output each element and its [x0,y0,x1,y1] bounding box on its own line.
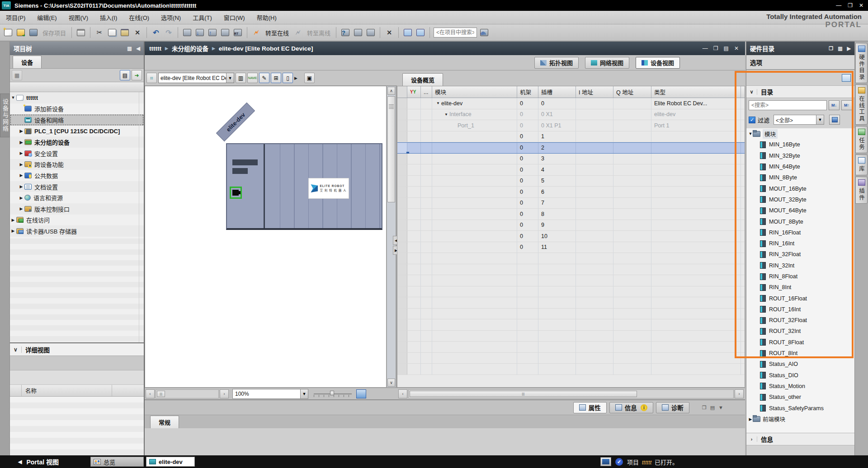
search-up-icon[interactable]: M↑ [841,100,852,110]
column-slot[interactable]: 插槽 [538,86,576,98]
table-row[interactable]: 0 2 [397,142,745,154]
empty-table-row[interactable] [397,253,745,264]
expand-info-icon[interactable]: › [746,436,757,442]
palette-icon[interactable] [842,74,851,82]
column-rack[interactable]: 机架 [517,86,538,98]
start-cpu-button[interactable] [353,27,363,38]
go-offline-icon[interactable]: 🗲 [292,27,303,38]
overview-taskbar-button[interactable]: 总览 [90,457,144,467]
expand-arrow-icon[interactable]: ▶ [10,229,16,233]
scroll-down-icon[interactable]: ∨ [387,379,395,387]
catalog-module-item[interactable]: ROUT_8Float [746,337,855,348]
inspector-float-icon[interactable]: ❐ [702,405,707,411]
inspector-tab[interactable]: 信息 i [609,402,653,413]
right-strip-tab[interactable]: 硬件目录 [855,43,868,83]
scroll-right-icon[interactable]: › [735,389,744,398]
minimize-icon[interactable]: — [836,2,841,9]
show-labels-icon[interactable]: NAME [247,73,258,83]
right-strip-tab[interactable]: 在线工具 [855,84,868,125]
empty-table-row[interactable] [397,319,745,331]
catalog-module-item[interactable]: ROUT_16Float [746,293,855,304]
table-row[interactable]: 0 10 [397,231,745,242]
expand-arrow-icon[interactable]: ▶ [746,417,753,421]
pin-panel-icon[interactable]: ▥ [127,46,132,51]
editor-maximize-icon[interactable]: ▤ [724,45,729,51]
collapse-panel-icon[interactable]: ◀ [137,46,140,51]
tree-item[interactable]: ▶ 未分组的设备 [10,136,144,148]
table-row[interactable]: ▼elite-dev 0 0 Elite Robot EC Dev... [397,98,745,109]
expand-arrow-icon[interactable]: ▶ [18,184,24,189]
tree-item[interactable]: ▶ 语言和资源 [10,192,144,203]
editor-minimize-icon[interactable]: — [703,45,708,51]
start-simulation-button[interactable] [220,27,231,38]
catalog-module-item[interactable]: ROUT_8Int [746,348,855,359]
table-row[interactable]: 0 1 [397,131,745,143]
catalog-module-item[interactable]: RIN_8Int [746,282,855,293]
zoom-slider[interactable] [314,391,352,397]
snapshot-icon[interactable]: ▣ [304,73,315,83]
collapse-catalog-icon[interactable]: ∨ [746,89,757,95]
expand-arrow-icon[interactable]: ▶ [18,151,24,155]
table-row[interactable]: Port_1 0 0 X1 P1 Port 1 [397,120,745,131]
catalog-expand-icon[interactable]: ▶ [847,46,851,51]
table-row[interactable]: 0 5 [397,176,745,187]
empty-table-row[interactable] [397,364,745,375]
tree-item[interactable]: ▶ 公共数据 [10,170,144,181]
catalog-module-item[interactable]: MIN_16Byte [746,139,855,150]
empty-table-row[interactable] [397,297,745,309]
right-strip-tab[interactable]: 库 [855,154,868,175]
tree-item[interactable]: ▶ 在线访问 [10,215,144,226]
dropdown-arrow-icon[interactable]: ▼ [816,115,824,124]
catalog-module-item[interactable]: MOUT_32Byte [746,194,855,205]
device-selector-dropdown[interactable]: elite-dev [Elite Robot EC Devi ▼ [158,73,234,83]
expand-arrow-icon[interactable]: ▼ [10,95,16,100]
view-tab[interactable]: 拓扑视图 [534,57,579,69]
scroll-right-icon[interactable]: › [220,389,229,398]
upload-button[interactable] [207,27,218,38]
device-canvas[interactable]: elite-dev ELITE ROBOT 艾 利 特 机 器 人 [145,86,387,388]
tree-item[interactable]: ▶ 版本控制接口 [10,203,144,215]
catalog-module-item[interactable]: ROUT_32Float [746,315,855,326]
scroll-left-icon[interactable]: ‹ [398,389,407,398]
catalog-folder-frontend[interactable]: ▶ 前端模块 [746,414,855,425]
row-expand-icon[interactable]: ▼ [443,112,449,117]
expand-arrow-icon[interactable]: ▶ [18,140,24,145]
breadcrumb-item[interactable]: elite-dev [Elite Robot EC Device] [219,45,313,52]
view-tab[interactable]: 设备视图 [636,57,680,69]
panel-view-icon[interactable]: ▯ [283,73,293,83]
device-rack[interactable]: ELITE ROBOT 艾 利 特 机 器 人 [226,143,382,230]
network-overview-icon[interactable]: ⌗ [146,73,157,83]
table-row[interactable]: 0 3 [397,154,745,165]
tree-item[interactable]: 设备和网络 [10,114,144,126]
table-row[interactable]: 0 9 [397,220,745,231]
scrollbar-thumb[interactable] [387,96,395,202]
detail-name-column[interactable]: 名称 [22,385,112,396]
project-search-input[interactable] [434,28,477,37]
empty-table-row[interactable] [397,331,745,342]
catalog-module-item[interactable]: Status_AIO [746,359,855,370]
expand-arrow-icon[interactable]: ▶ [18,129,24,133]
catalog-folder-modules[interactable]: ▼ 模块 [746,128,855,139]
table-row[interactable]: 0 8 [397,209,745,220]
expand-arrow-icon[interactable]: ▶ [10,218,16,222]
filter-checkbox[interactable]: ✓ [749,117,755,123]
device-horizontal-scrollbar[interactable]: ||| [156,389,219,398]
empty-table-row[interactable] [397,264,745,276]
overview-horizontal-scrollbar[interactable]: ‹ ||| › [397,388,745,399]
expand-arrow-icon[interactable]: ▼ [746,131,753,136]
catalog-module-item[interactable]: Status_DIO [746,370,855,381]
tree-item[interactable]: ▶ 文档设置 [10,181,144,192]
table-row[interactable]: 0 4 [397,164,745,176]
tree-item[interactable]: ▶ 跨设备功能 [10,159,144,170]
menu-item[interactable]: 插入(I) [94,11,123,24]
catalog-module-item[interactable]: Status_Motion [746,381,855,392]
collapse-detail-icon[interactable]: ∨ [10,346,22,353]
catalog-module-item[interactable]: ROUT_32Int [746,326,855,337]
menu-item[interactable]: 工具(T) [187,11,218,24]
go-online-button[interactable]: 转至在线 [264,28,291,37]
breadcrumb-item[interactable]: 未分组的设备 [172,44,208,53]
row-expand-icon[interactable]: ▼ [435,101,441,105]
tree-item[interactable]: ▼ tttttt [10,92,144,103]
save-project-button[interactable] [28,27,39,38]
menu-item[interactable]: 选项(N) [155,11,187,24]
